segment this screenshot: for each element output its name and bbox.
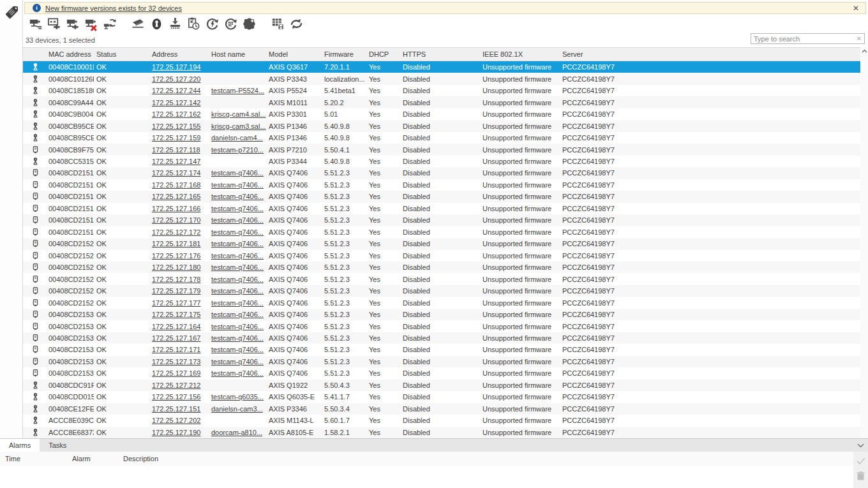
column-device-icon[interactable]: [24, 48, 46, 61]
table-row[interactable]: 00408CD21516OK172.25.127.168testcam-q740…: [23, 179, 860, 191]
restore-device-icon[interactable]: [221, 15, 240, 33]
device-address-link[interactable]: 172.25.127.175: [152, 311, 200, 318]
table-scrollbar[interactable]: [860, 47, 868, 438]
table-row[interactable]: 00408CD21528OK172.25.127.176testcam-q740…: [23, 250, 860, 262]
search-clear-icon[interactable]: ✕: [854, 35, 864, 42]
table-row[interactable]: 00408CD21533OK172.25.127.175testcam-q740…: [23, 309, 860, 320]
device-hostname-link[interactable]: testcam-P5524...: [211, 87, 264, 94]
security-icon[interactable]: [147, 15, 166, 33]
device-hostname-link[interactable]: testcam-q7406...: [211, 334, 264, 342]
column-server[interactable]: Server: [560, 48, 860, 61]
device-hostname-link[interactable]: testcam-q7406...: [211, 193, 264, 200]
device-address-link[interactable]: 172.25.127.174: [152, 169, 200, 177]
tag-icon[interactable]: [3, 4, 22, 22]
table-row[interactable]: 00408CD21515OK172.25.127.174testcam-q740…: [23, 167, 860, 179]
device-hostname-link[interactable]: testcam-q7406...: [211, 346, 264, 353]
connect-device-icon[interactable]: [129, 15, 147, 33]
table-row[interactable]: 00408CD21517OK172.25.127.165testcam-q740…: [23, 191, 860, 202]
device-address-link[interactable]: 172.25.127.171: [152, 346, 200, 353]
device-address-link[interactable]: 172.25.127.142: [152, 99, 200, 107]
device-address-link[interactable]: 172.25.127.165: [152, 193, 200, 200]
backup-schedule-icon[interactable]: [184, 15, 203, 33]
device-address-link[interactable]: 172.25.127.156: [152, 393, 200, 401]
device-address-link[interactable]: 172.25.127.166: [152, 205, 200, 212]
replace-device-icon[interactable]: [101, 15, 119, 33]
alarm-column-description[interactable]: Description: [118, 452, 853, 466]
device-hostname-link[interactable]: kriscg-cam4.sal...: [211, 110, 266, 118]
device-address-link[interactable]: 172.25.127.179: [152, 287, 200, 295]
table-row[interactable]: 00408CB9F75COK172.25.127.118testcam-p721…: [23, 144, 860, 155]
table-row[interactable]: 00408CD21538OK172.25.127.169testcam-q740…: [23, 367, 860, 379]
table-row[interactable]: 00408CD21537OK172.25.127.173testcam-q740…: [23, 356, 860, 367]
table-row[interactable]: 00408CD2151AOK172.25.127.172testcam-q740…: [23, 226, 860, 238]
device-hostname-link[interactable]: danielsn-cam4...: [211, 134, 263, 142]
table-row[interactable]: 00408C9B004EOK172.25.127.162kriscg-cam4.…: [23, 108, 860, 120]
device-hostname-link[interactable]: testcam-q7406...: [211, 287, 264, 295]
column-host-name[interactable]: Host name: [209, 48, 266, 61]
device-hostname-link[interactable]: testcam-q7406...: [211, 169, 264, 177]
column-https[interactable]: HTTPS: [400, 48, 480, 61]
tab-alarms[interactable]: Alarms: [0, 439, 40, 452]
table-row[interactable]: ACCC8E68373AOK172.25.127.190doorcam-a810…: [23, 427, 860, 438]
device-address-link[interactable]: 172.25.127.178: [152, 276, 200, 283]
restart-device-icon[interactable]: [203, 15, 221, 33]
table-row[interactable]: 00408CD2152AOK172.25.127.178testcam-q740…: [23, 273, 860, 285]
assign-ip-address-icon[interactable]: [27, 15, 45, 33]
device-address-link[interactable]: 172.25.127.168: [152, 181, 200, 189]
device-hostname-link[interactable]: testcam-q7406...: [211, 216, 264, 224]
table-row[interactable]: 00408C185180OK172.25.127.244testcam-P552…: [23, 85, 860, 96]
device-address-link[interactable]: 172.25.127.180: [152, 263, 200, 271]
device-address-link[interactable]: 172.25.127.147: [152, 158, 200, 165]
device-address-link[interactable]: 172.25.127.194: [152, 63, 200, 71]
device-address-link[interactable]: 172.25.127.169: [152, 369, 200, 377]
column-address[interactable]: Address: [149, 48, 209, 61]
device-hostname-link[interactable]: testcam-q7406...: [211, 276, 264, 283]
device-address-link[interactable]: 172.25.127.159: [152, 134, 200, 142]
export-report-icon[interactable]: [269, 15, 287, 33]
device-address-link[interactable]: 172.25.127.172: [152, 228, 200, 236]
table-row[interactable]: 00408CE12FEDOK172.25.127.151danielsn-cam…: [23, 403, 860, 415]
device-hostname-link[interactable]: testcam-q7406...: [211, 228, 264, 236]
upgrade-firmware-icon[interactable]: [166, 15, 184, 33]
table-row[interactable]: 00408CD2152COK172.25.127.177testcam-q740…: [23, 297, 860, 308]
table-row[interactable]: 00408C10126FOK172.25.127.220AXIS P3343lo…: [23, 73, 860, 84]
device-hostname-link[interactable]: kriscg-cam3.sal...: [211, 122, 266, 130]
alarm-column-alarm[interactable]: Alarm: [67, 452, 118, 466]
refresh-icon[interactable]: [287, 15, 306, 33]
device-hostname-link[interactable]: testcam-q6035...: [211, 393, 264, 401]
acknowledge-check-icon[interactable]: [857, 455, 865, 466]
device-address-link[interactable]: 172.25.127.177: [152, 299, 200, 307]
device-hostname-link[interactable]: testcam-q7406...: [211, 323, 264, 330]
panel-collapse-button[interactable]: [853, 439, 868, 452]
table-row[interactable]: 00408CD21534OK172.25.127.164testcam-q740…: [23, 320, 860, 332]
column-mac-address[interactable]: MAC address: [46, 48, 94, 61]
table-row[interactable]: 00408CD21519OK172.25.127.170testcam-q740…: [23, 214, 860, 226]
tab-tasks[interactable]: Tasks: [40, 439, 75, 452]
device-hostname-link[interactable]: testcam-q7406...: [211, 252, 264, 260]
device-address-link[interactable]: 172.25.127.190: [152, 429, 200, 436]
device-address-link[interactable]: 172.25.127.118: [152, 146, 200, 154]
table-row[interactable]: 00408CD21536OK172.25.127.171testcam-q740…: [23, 344, 860, 355]
search-input[interactable]: [751, 34, 854, 43]
close-icon[interactable]: ✕: [850, 4, 862, 13]
table-row[interactable]: 00408CB95CE6OK172.25.127.155kriscg-cam3.…: [23, 120, 860, 131]
table-row[interactable]: 00408CD21527OK172.25.127.181testcam-q740…: [23, 238, 860, 249]
device-address-link[interactable]: 172.25.127.244: [152, 87, 200, 94]
table-row[interactable]: 00408CD21529OK172.25.127.180testcam-q740…: [23, 262, 860, 273]
device-address-link[interactable]: 172.25.127.181: [152, 240, 200, 248]
table-row[interactable]: 00408CD21518OK172.25.127.166testcam-q740…: [23, 203, 860, 214]
table-row[interactable]: 00408CD2152BOK172.25.127.179testcam-q740…: [23, 285, 860, 297]
column-firmware[interactable]: Firmware: [322, 48, 366, 61]
device-address-link[interactable]: 172.25.127.155: [152, 122, 200, 130]
delete-trash-icon[interactable]: [857, 471, 865, 481]
column-ieee-8021x[interactable]: IEEE 802.1X: [480, 48, 560, 61]
column-model[interactable]: Model: [266, 48, 322, 61]
table-row[interactable]: 00408CC5315AOK172.25.127.147AXIS P33445.…: [23, 156, 860, 167]
table-row[interactable]: 00408C99A44BOK172.25.127.142AXIS M10115.…: [23, 96, 860, 108]
device-hostname-link[interactable]: testcam-q7406...: [211, 299, 264, 307]
device-hostname-link[interactable]: testcam-q7406...: [211, 358, 264, 366]
firmware-notification-link[interactable]: New firmware versions exists for 32 devi…: [45, 4, 182, 12]
device-address-link[interactable]: 172.25.127.164: [152, 323, 200, 330]
device-hostname-link[interactable]: testcam-q7406...: [211, 369, 264, 377]
device-hostname-link[interactable]: testcam-q7406...: [211, 311, 264, 318]
